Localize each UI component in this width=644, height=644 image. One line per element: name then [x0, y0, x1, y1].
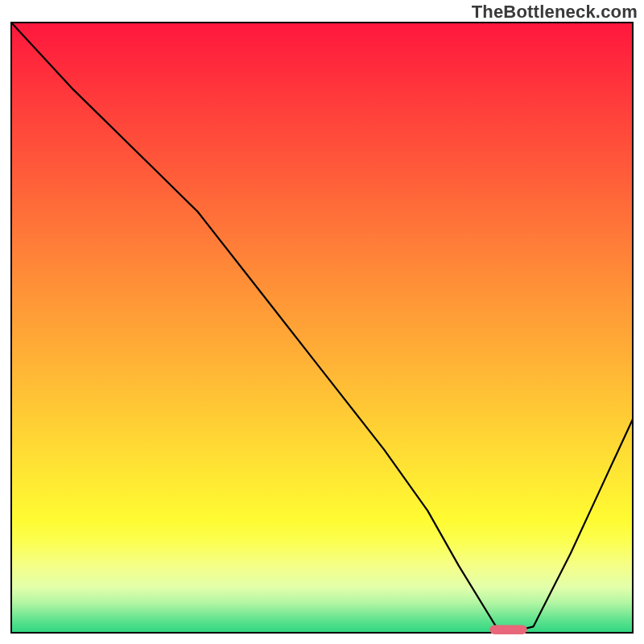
- plot-background: [11, 23, 633, 633]
- optimal-marker: [489, 625, 526, 634]
- watermark-text: TheBottleneck.com: [472, 2, 638, 23]
- bottleneck-chart: [0, 0, 644, 644]
